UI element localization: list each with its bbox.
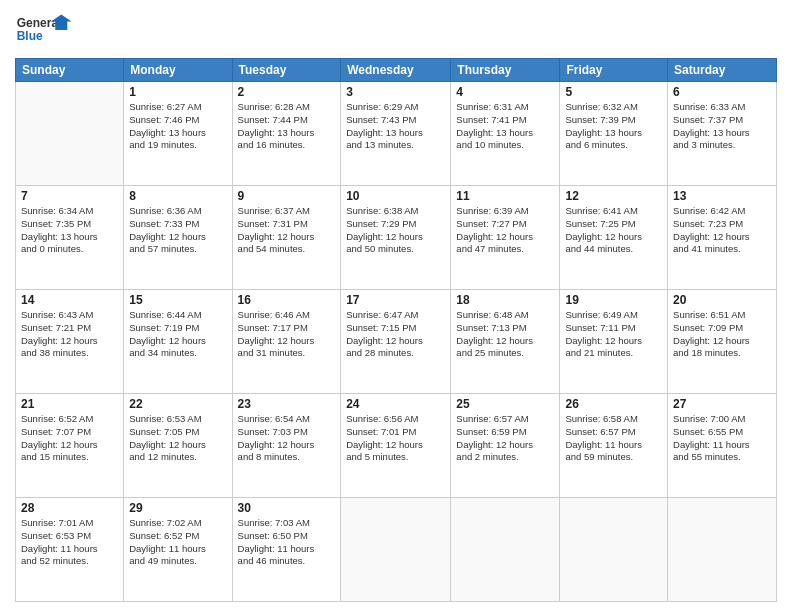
day-number: 10 bbox=[346, 189, 445, 203]
day-cell: 25Sunrise: 6:57 AM Sunset: 6:59 PM Dayli… bbox=[451, 394, 560, 498]
day-number: 25 bbox=[456, 397, 554, 411]
day-cell: 27Sunrise: 7:00 AM Sunset: 6:55 PM Dayli… bbox=[668, 394, 777, 498]
day-info: Sunrise: 7:00 AM Sunset: 6:55 PM Dayligh… bbox=[673, 413, 771, 464]
day-number: 12 bbox=[565, 189, 662, 203]
weekday-header-friday: Friday bbox=[560, 59, 668, 82]
day-number: 22 bbox=[129, 397, 226, 411]
day-cell: 6Sunrise: 6:33 AM Sunset: 7:37 PM Daylig… bbox=[668, 82, 777, 186]
day-number: 2 bbox=[238, 85, 336, 99]
day-info: Sunrise: 6:47 AM Sunset: 7:15 PM Dayligh… bbox=[346, 309, 445, 360]
day-info: Sunrise: 6:44 AM Sunset: 7:19 PM Dayligh… bbox=[129, 309, 226, 360]
day-cell bbox=[341, 498, 451, 602]
day-cell: 4Sunrise: 6:31 AM Sunset: 7:41 PM Daylig… bbox=[451, 82, 560, 186]
day-info: Sunrise: 6:28 AM Sunset: 7:44 PM Dayligh… bbox=[238, 101, 336, 152]
day-info: Sunrise: 6:27 AM Sunset: 7:46 PM Dayligh… bbox=[129, 101, 226, 152]
day-info: Sunrise: 6:42 AM Sunset: 7:23 PM Dayligh… bbox=[673, 205, 771, 256]
day-info: Sunrise: 6:58 AM Sunset: 6:57 PM Dayligh… bbox=[565, 413, 662, 464]
day-info: Sunrise: 7:01 AM Sunset: 6:53 PM Dayligh… bbox=[21, 517, 118, 568]
week-row-4: 28Sunrise: 7:01 AM Sunset: 6:53 PM Dayli… bbox=[16, 498, 777, 602]
day-number: 21 bbox=[21, 397, 118, 411]
day-info: Sunrise: 6:39 AM Sunset: 7:27 PM Dayligh… bbox=[456, 205, 554, 256]
day-number: 29 bbox=[129, 501, 226, 515]
day-info: Sunrise: 7:02 AM Sunset: 6:52 PM Dayligh… bbox=[129, 517, 226, 568]
day-cell: 24Sunrise: 6:56 AM Sunset: 7:01 PM Dayli… bbox=[341, 394, 451, 498]
day-info: Sunrise: 6:43 AM Sunset: 7:21 PM Dayligh… bbox=[21, 309, 118, 360]
day-number: 27 bbox=[673, 397, 771, 411]
day-number: 4 bbox=[456, 85, 554, 99]
day-cell: 9Sunrise: 6:37 AM Sunset: 7:31 PM Daylig… bbox=[232, 186, 341, 290]
day-cell: 17Sunrise: 6:47 AM Sunset: 7:15 PM Dayli… bbox=[341, 290, 451, 394]
week-row-0: 1Sunrise: 6:27 AM Sunset: 7:46 PM Daylig… bbox=[16, 82, 777, 186]
day-info: Sunrise: 6:54 AM Sunset: 7:03 PM Dayligh… bbox=[238, 413, 336, 464]
day-number: 6 bbox=[673, 85, 771, 99]
day-cell bbox=[668, 498, 777, 602]
day-info: Sunrise: 6:38 AM Sunset: 7:29 PM Dayligh… bbox=[346, 205, 445, 256]
day-info: Sunrise: 6:49 AM Sunset: 7:11 PM Dayligh… bbox=[565, 309, 662, 360]
day-cell bbox=[451, 498, 560, 602]
day-number: 13 bbox=[673, 189, 771, 203]
day-number: 26 bbox=[565, 397, 662, 411]
day-info: Sunrise: 6:37 AM Sunset: 7:31 PM Dayligh… bbox=[238, 205, 336, 256]
day-info: Sunrise: 6:56 AM Sunset: 7:01 PM Dayligh… bbox=[346, 413, 445, 464]
weekday-header-monday: Monday bbox=[124, 59, 232, 82]
week-row-3: 21Sunrise: 6:52 AM Sunset: 7:07 PM Dayli… bbox=[16, 394, 777, 498]
calendar-table: SundayMondayTuesdayWednesdayThursdayFrid… bbox=[15, 58, 777, 602]
day-info: Sunrise: 6:48 AM Sunset: 7:13 PM Dayligh… bbox=[456, 309, 554, 360]
day-number: 17 bbox=[346, 293, 445, 307]
week-row-2: 14Sunrise: 6:43 AM Sunset: 7:21 PM Dayli… bbox=[16, 290, 777, 394]
day-cell: 5Sunrise: 6:32 AM Sunset: 7:39 PM Daylig… bbox=[560, 82, 668, 186]
weekday-header-wednesday: Wednesday bbox=[341, 59, 451, 82]
day-info: Sunrise: 6:46 AM Sunset: 7:17 PM Dayligh… bbox=[238, 309, 336, 360]
day-cell: 21Sunrise: 6:52 AM Sunset: 7:07 PM Dayli… bbox=[16, 394, 124, 498]
week-row-1: 7Sunrise: 6:34 AM Sunset: 7:35 PM Daylig… bbox=[16, 186, 777, 290]
day-info: Sunrise: 6:51 AM Sunset: 7:09 PM Dayligh… bbox=[673, 309, 771, 360]
day-cell bbox=[16, 82, 124, 186]
day-info: Sunrise: 6:52 AM Sunset: 7:07 PM Dayligh… bbox=[21, 413, 118, 464]
day-number: 7 bbox=[21, 189, 118, 203]
day-cell: 18Sunrise: 6:48 AM Sunset: 7:13 PM Dayli… bbox=[451, 290, 560, 394]
day-number: 16 bbox=[238, 293, 336, 307]
day-info: Sunrise: 6:31 AM Sunset: 7:41 PM Dayligh… bbox=[456, 101, 554, 152]
day-number: 3 bbox=[346, 85, 445, 99]
day-cell bbox=[560, 498, 668, 602]
day-cell: 20Sunrise: 6:51 AM Sunset: 7:09 PM Dayli… bbox=[668, 290, 777, 394]
day-cell: 30Sunrise: 7:03 AM Sunset: 6:50 PM Dayli… bbox=[232, 498, 341, 602]
day-info: Sunrise: 6:32 AM Sunset: 7:39 PM Dayligh… bbox=[565, 101, 662, 152]
day-info: Sunrise: 6:36 AM Sunset: 7:33 PM Dayligh… bbox=[129, 205, 226, 256]
weekday-header-thursday: Thursday bbox=[451, 59, 560, 82]
day-number: 9 bbox=[238, 189, 336, 203]
calendar-page: General Blue SundayMondayTuesdayWednesda… bbox=[0, 0, 792, 612]
day-number: 11 bbox=[456, 189, 554, 203]
day-number: 18 bbox=[456, 293, 554, 307]
day-cell: 7Sunrise: 6:34 AM Sunset: 7:35 PM Daylig… bbox=[16, 186, 124, 290]
day-info: Sunrise: 7:03 AM Sunset: 6:50 PM Dayligh… bbox=[238, 517, 336, 568]
weekday-header-sunday: Sunday bbox=[16, 59, 124, 82]
day-number: 24 bbox=[346, 397, 445, 411]
day-cell: 12Sunrise: 6:41 AM Sunset: 7:25 PM Dayli… bbox=[560, 186, 668, 290]
day-number: 1 bbox=[129, 85, 226, 99]
day-info: Sunrise: 6:41 AM Sunset: 7:25 PM Dayligh… bbox=[565, 205, 662, 256]
day-number: 23 bbox=[238, 397, 336, 411]
weekday-header-tuesday: Tuesday bbox=[232, 59, 341, 82]
day-cell: 22Sunrise: 6:53 AM Sunset: 7:05 PM Dayli… bbox=[124, 394, 232, 498]
svg-text:General: General bbox=[17, 16, 62, 30]
weekday-header-row: SundayMondayTuesdayWednesdayThursdayFrid… bbox=[16, 59, 777, 82]
logo-svg: General Blue bbox=[15, 10, 75, 50]
svg-text:Blue: Blue bbox=[17, 29, 43, 43]
weekday-header-saturday: Saturday bbox=[668, 59, 777, 82]
day-cell: 15Sunrise: 6:44 AM Sunset: 7:19 PM Dayli… bbox=[124, 290, 232, 394]
day-number: 5 bbox=[565, 85, 662, 99]
day-info: Sunrise: 6:33 AM Sunset: 7:37 PM Dayligh… bbox=[673, 101, 771, 152]
day-cell: 10Sunrise: 6:38 AM Sunset: 7:29 PM Dayli… bbox=[341, 186, 451, 290]
day-number: 20 bbox=[673, 293, 771, 307]
logo: General Blue bbox=[15, 10, 75, 50]
day-number: 28 bbox=[21, 501, 118, 515]
day-info: Sunrise: 6:34 AM Sunset: 7:35 PM Dayligh… bbox=[21, 205, 118, 256]
day-info: Sunrise: 6:57 AM Sunset: 6:59 PM Dayligh… bbox=[456, 413, 554, 464]
day-info: Sunrise: 6:29 AM Sunset: 7:43 PM Dayligh… bbox=[346, 101, 445, 152]
day-number: 15 bbox=[129, 293, 226, 307]
day-cell: 23Sunrise: 6:54 AM Sunset: 7:03 PM Dayli… bbox=[232, 394, 341, 498]
day-cell: 13Sunrise: 6:42 AM Sunset: 7:23 PM Dayli… bbox=[668, 186, 777, 290]
day-cell: 8Sunrise: 6:36 AM Sunset: 7:33 PM Daylig… bbox=[124, 186, 232, 290]
day-cell: 26Sunrise: 6:58 AM Sunset: 6:57 PM Dayli… bbox=[560, 394, 668, 498]
